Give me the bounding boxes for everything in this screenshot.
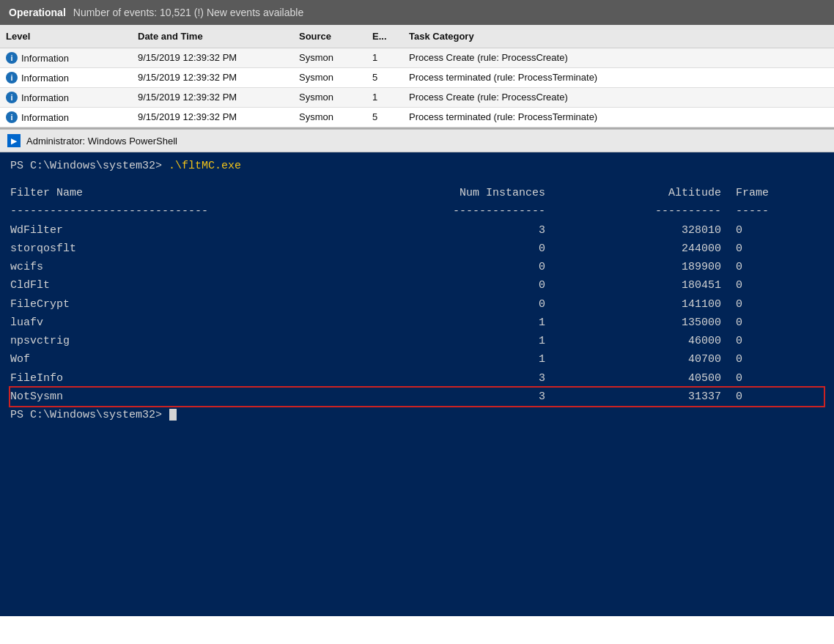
terminal-filter-table: Filter Name Num Instances Altitude Frame… [10, 184, 824, 406]
cell-filter-name: luafv [10, 314, 362, 332]
cell-frame: 0 [736, 314, 824, 332]
col-eventid-header: E... [366, 28, 403, 45]
cell-level: i Information [0, 68, 132, 87]
terminal-data-row: luafv 1 135000 0 [10, 314, 824, 332]
terminal-data-row: FileCrypt 0 141100 0 [10, 295, 824, 314]
col-source-header: Source [293, 28, 366, 45]
cell-datetime: 9/15/2019 12:39:32 PM [132, 108, 293, 127]
cell-source: Sysmon [293, 108, 366, 127]
cell-frame: 0 [736, 258, 824, 276]
table-row[interactable]: i Information 9/15/2019 12:39:32 PM Sysm… [0, 88, 834, 108]
cell-category: Process terminated (rule: ProcessTermina… [403, 108, 834, 127]
info-icon: i [6, 52, 18, 64]
cursor [169, 409, 177, 421]
ps-titlebar: ▶ Administrator: Windows PowerShell [0, 129, 834, 152]
col-category-header: Task Category [403, 28, 834, 45]
cell-frame: 0 [736, 295, 824, 314]
ps-title: Administrator: Windows PowerShell [26, 136, 177, 147]
cell-source: Sysmon [293, 48, 366, 67]
cell-filter-name: FileInfo [10, 369, 362, 388]
cell-altitude: 328010 [560, 221, 736, 240]
cell-filter-name: FileCrypt [10, 295, 362, 314]
cell-datetime: 9/15/2019 12:39:32 PM [132, 88, 293, 107]
cell-filter-name: NotSysmn [10, 388, 362, 406]
prompt-text-2: PS C:\Windows\system32> [10, 409, 169, 421]
table-row[interactable]: i Information 9/15/2019 12:39:32 PM Sysm… [0, 68, 834, 88]
ps-icon: ▶ [7, 134, 21, 147]
cell-num-instances: 0 [362, 258, 560, 276]
cell-filter-name: Wof [10, 350, 362, 369]
event-rows-container: i Information 9/15/2019 12:39:32 PM Sysm… [0, 48, 834, 127]
events-count-text: Number of events: 10,521 (!) New events … [73, 7, 303, 18]
col-level-header: Level [0, 28, 132, 45]
th-filter-name: Filter Name [10, 184, 362, 202]
terminal-data-row: npsvctrig 1 46000 0 [10, 332, 824, 350]
cell-filter-name: wcifs [10, 258, 362, 276]
cell-eventid: 1 [366, 88, 403, 107]
cell-filter-name: npsvctrig [10, 332, 362, 350]
cell-altitude: 40500 [560, 369, 736, 388]
cell-altitude: 31337 [560, 388, 736, 406]
cell-filter-name: WdFilter [10, 221, 362, 240]
cell-filter-name: CldFlt [10, 276, 362, 295]
prompt-text-1: PS C:\Windows\system32> [10, 160, 169, 172]
cell-category: Process Create (rule: ProcessCreate) [403, 48, 834, 67]
terminal-data-row: WdFilter 3 328010 0 [10, 221, 824, 240]
cell-datetime: 9/15/2019 12:39:32 PM [132, 48, 293, 67]
cell-category: Process terminated (rule: ProcessTermina… [403, 68, 834, 87]
info-icon: i [6, 111, 18, 123]
cell-frame: 0 [736, 276, 824, 295]
terminal-header-row: Filter Name Num Instances Altitude Frame [10, 184, 824, 202]
operational-label: Operational [9, 7, 66, 18]
cell-source: Sysmon [293, 68, 366, 87]
top-bar: Operational Number of events: 10,521 (!)… [0, 0, 834, 25]
cell-altitude: 141100 [560, 295, 736, 314]
cell-num-instances: 3 [362, 369, 560, 388]
terminal-data-row: Wof 1 40700 0 [10, 350, 824, 369]
sep-filter-name: ------------------------------ [10, 202, 362, 221]
cell-num-instances: 1 [362, 314, 560, 332]
terminal-data-row: CldFlt 0 180451 0 [10, 276, 824, 295]
table-row[interactable]: i Information 9/15/2019 12:39:32 PM Sysm… [0, 108, 834, 127]
cell-altitude: 135000 [560, 314, 736, 332]
terminal-data-row: FileInfo 3 40500 0 [10, 369, 824, 388]
cell-level: i Information [0, 88, 132, 107]
terminal-data-row: NotSysmn 3 31337 0 [10, 388, 824, 406]
th-altitude: Altitude [560, 184, 736, 202]
col-datetime-header: Date and Time [132, 28, 293, 45]
command-text: .\fltMC.exe [169, 160, 241, 172]
cell-num-instances: 0 [362, 276, 560, 295]
cell-source: Sysmon [293, 88, 366, 107]
cell-num-instances: 0 [362, 295, 560, 314]
cell-level: i Information [0, 108, 132, 127]
cell-num-instances: 0 [362, 240, 560, 258]
sep-altitude: ---------- [560, 202, 736, 221]
cell-altitude: 40700 [560, 350, 736, 369]
cell-num-instances: 3 [362, 388, 560, 406]
event-log-header: Level Date and Time Source E... Task Cat… [0, 25, 834, 48]
cell-category: Process Create (rule: ProcessCreate) [403, 88, 834, 107]
terminal-prompt-2: PS C:\Windows\system32> [10, 409, 824, 421]
th-num-instances: Num Instances [362, 184, 560, 202]
cell-level: i Information [0, 48, 132, 67]
cell-num-instances: 1 [362, 332, 560, 350]
sep-num-instances: -------------- [362, 202, 560, 221]
sep-frame: ----- [736, 202, 824, 221]
cell-eventid: 5 [366, 68, 403, 87]
terminal-separator-row: ------------------------------ ---------… [10, 202, 824, 221]
cell-altitude: 189900 [560, 258, 736, 276]
table-row[interactable]: i Information 9/15/2019 12:39:32 PM Sysm… [0, 48, 834, 68]
terminal: PS C:\Windows\system32> .\fltMC.exe Filt… [0, 152, 834, 616]
cell-frame: 0 [736, 332, 824, 350]
th-frame: Frame [736, 184, 824, 202]
terminal-prompt-1: PS C:\Windows\system32> .\fltMC.exe [10, 160, 824, 172]
cell-eventid: 5 [366, 108, 403, 127]
terminal-data-row: wcifs 0 189900 0 [10, 258, 824, 276]
cell-frame: 0 [736, 369, 824, 388]
info-icon: i [6, 72, 18, 84]
cell-datetime: 9/15/2019 12:39:32 PM [132, 68, 293, 87]
cell-num-instances: 1 [362, 350, 560, 369]
cell-altitude: 46000 [560, 332, 736, 350]
cell-num-instances: 3 [362, 221, 560, 240]
cell-frame: 0 [736, 240, 824, 258]
